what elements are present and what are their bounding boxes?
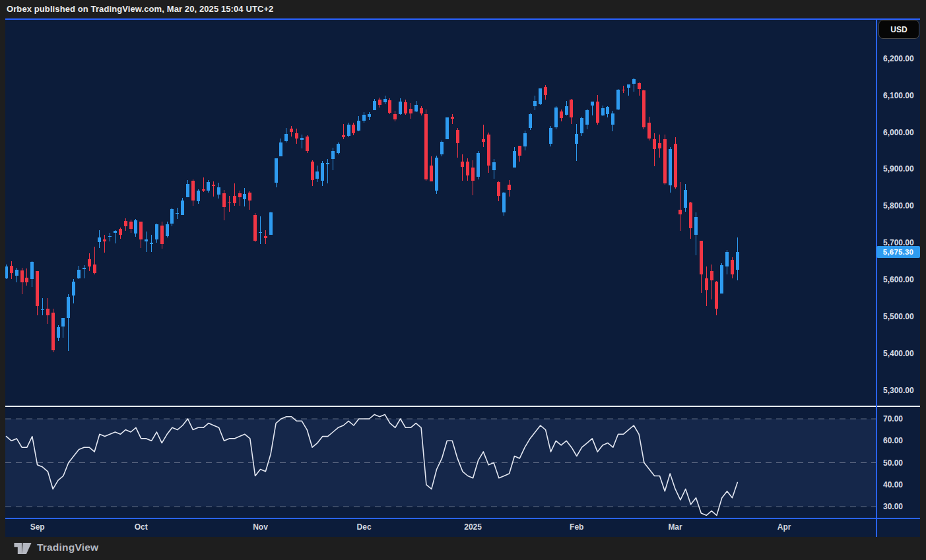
tradingview-snapshot: Orbex published on TradingView.com, Mar … <box>0 0 926 560</box>
pane-separator[interactable] <box>5 406 920 407</box>
price-axis-label: 5,600.00 <box>883 274 914 285</box>
price-axis-label: 6,000.00 <box>883 127 914 138</box>
rsi-axis-label: 50.00 <box>883 458 903 468</box>
tradingview-logo-text: TradingView <box>37 542 98 553</box>
price-axis-label: 5,900.00 <box>883 164 914 174</box>
rsi-axis-label: 40.00 <box>883 480 903 490</box>
candlestick-chart[interactable] <box>0 0 926 560</box>
chart-bottom-border <box>5 518 920 519</box>
time-axis-label: Sep <box>30 522 45 532</box>
price-axis-separator <box>876 18 877 537</box>
rsi-axis-label: 60.00 <box>883 435 903 446</box>
rsi-axis-label: 30.00 <box>883 501 903 512</box>
time-axis-label: 2025 <box>464 522 482 532</box>
price-axis-label: 6,100.00 <box>883 90 914 101</box>
chart-top-border <box>5 18 920 20</box>
tradingview-watermark[interactable]: TradingView <box>14 541 98 554</box>
time-axis-label: Mar <box>668 522 682 532</box>
rsi-axis-label: 70.00 <box>883 414 903 424</box>
time-axis-label: Apr <box>777 522 791 532</box>
time-axis-label: Nov <box>253 522 268 532</box>
price-axis-label: 5,500.00 <box>883 311 914 322</box>
tradingview-logo-icon <box>14 541 32 554</box>
price-axis-label: 5,800.00 <box>883 201 914 211</box>
price-axis-label: 6,200.00 <box>883 53 914 64</box>
time-axis-label: Feb <box>570 522 583 532</box>
time-axis-label: Oct <box>135 522 148 532</box>
last-price-label: 5,675.30 <box>876 246 920 258</box>
price-axis-label: 5,300.00 <box>883 385 914 396</box>
candles <box>5 78 739 352</box>
price-axis-label: 5,400.00 <box>883 348 914 359</box>
rsi-band <box>5 419 876 507</box>
currency-button[interactable]: USD <box>878 20 919 39</box>
time-axis-label: Dec <box>357 522 372 532</box>
